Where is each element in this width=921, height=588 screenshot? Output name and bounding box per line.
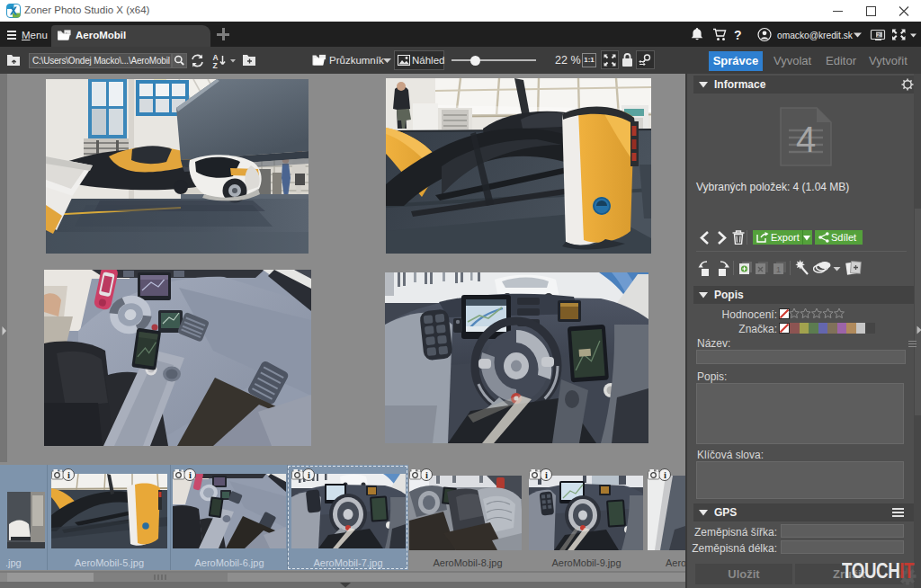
svg-text:i: i [425, 470, 428, 480]
svg-text:i: i [664, 470, 666, 480]
svg-text:omacko@kredit.sk: omacko@kredit.sk [777, 31, 854, 40]
svg-text:Z: Z [213, 61, 218, 69]
svg-text:1: 1 [776, 265, 781, 274]
svg-text:i: i [308, 470, 310, 480]
svg-text:4: 4 [796, 120, 816, 159]
svg-text:i: i [67, 470, 70, 480]
svg-text:i: i [189, 470, 192, 480]
svg-text:i: i [545, 470, 548, 480]
